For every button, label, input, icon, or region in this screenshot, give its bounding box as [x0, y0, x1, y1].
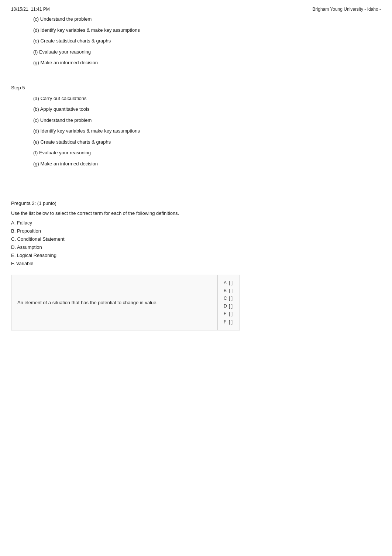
header-right: Brigham Young University - Idaho -: [313, 7, 381, 12]
list-item: (c) Understand the problem: [33, 16, 381, 23]
step5-section: Step 5 (a) Carry out calculations(b) App…: [11, 85, 381, 168]
answer-table: An element of a situation that has the p…: [11, 275, 240, 330]
answer-options-1: A[ ]B[ ]C[ ]D[ ]E[ ]F[ ]: [217, 275, 240, 330]
option-row: A[ ]: [224, 279, 234, 286]
option-row: E[ ]: [224, 310, 234, 318]
term-item: D. Assumption: [11, 243, 381, 251]
header-left: 10/15/21, 11:41 PM: [11, 7, 50, 12]
question2-instruction: Use the list below to select the correct…: [11, 210, 381, 216]
option-label: F: [224, 319, 227, 326]
step5-list: (a) Carry out calculations(b) Apply quan…: [33, 95, 381, 168]
term-item: C. Conditional Statement: [11, 235, 381, 243]
option-bracket: [ ]: [229, 295, 233, 302]
option-row: C[ ]: [224, 295, 234, 302]
list-item: (e) Create statistical charts & graphs: [33, 138, 381, 146]
option-row: F[ ]: [224, 319, 234, 326]
term-item: A. Fallacy: [11, 219, 381, 227]
section4-list: (c) Understand the problem(d) Identify k…: [33, 16, 381, 66]
list-item: (f) Evaluate your reasoning: [33, 149, 381, 157]
list-item: (e) Create statistical charts & graphs: [33, 37, 381, 45]
list-item: (a) Carry out calculations: [33, 95, 381, 102]
option-row: D[ ]: [224, 303, 234, 310]
option-bracket: [ ]: [229, 279, 233, 286]
option-label: A: [224, 279, 227, 286]
page-header: 10/15/21, 11:41 PM Brigham Young Univers…: [0, 0, 392, 16]
option-bracket: [ ]: [229, 310, 233, 318]
term-item: B. Proposition: [11, 227, 381, 235]
option-label: D: [224, 303, 227, 310]
list-item: (d) Identify key variables & make key as…: [33, 27, 381, 34]
option-bracket: [ ]: [229, 319, 233, 326]
answer-definition-1: An element of a situation that has the p…: [11, 275, 217, 330]
option-label: E: [224, 310, 227, 318]
list-item: (d) Identify key variables & make key as…: [33, 127, 381, 135]
question2-section: Pregunta 2: (1 punto) Use the list below…: [11, 200, 381, 330]
option-bracket: [ ]: [229, 287, 233, 294]
step5-label: Step 5: [11, 85, 381, 90]
option-label: C: [224, 295, 227, 302]
question2-label: Pregunta 2: (1 punto): [11, 200, 381, 206]
list-item: (g) Make an informed decision: [33, 160, 381, 168]
term-item: F. Variable: [11, 260, 381, 268]
list-item: (f) Evaluate your reasoning: [33, 48, 381, 56]
option-bracket: [ ]: [229, 303, 233, 310]
list-item: (g) Make an informed decision: [33, 59, 381, 66]
list-item: (c) Understand the problem: [33, 117, 381, 124]
definition-text-1: An element of a situation that has the p…: [17, 300, 158, 305]
list-item: (b) Apply quantitative tools: [33, 106, 381, 113]
option-row: B[ ]: [224, 287, 234, 294]
term-list: A. FallacyB. PropositionC. Conditional S…: [11, 219, 381, 268]
main-content: (c) Understand the problem(d) Identify k…: [0, 16, 392, 342]
answer-row-1: An element of a situation that has the p…: [11, 275, 240, 330]
option-label: B: [224, 287, 227, 294]
term-item: E. Logical Reasoning: [11, 251, 381, 260]
